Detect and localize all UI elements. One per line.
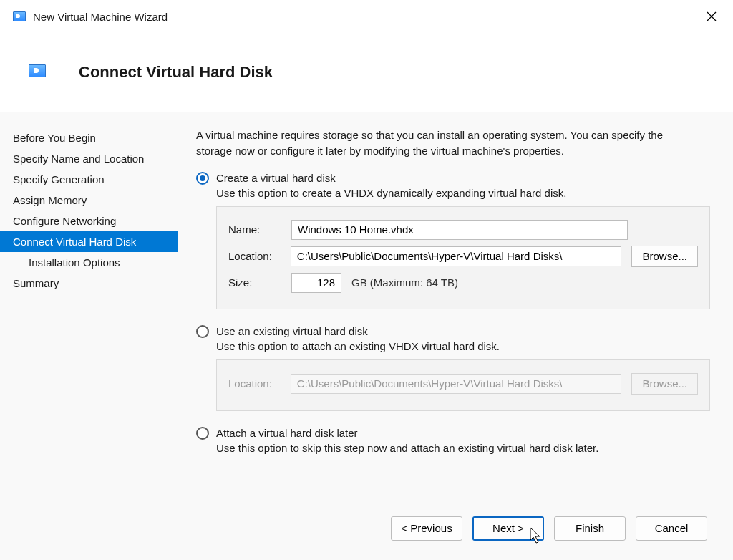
radio-existing-label: Use an existing virtual hard disk <box>216 325 368 337</box>
monitor-icon <box>29 64 46 77</box>
existing-location-input <box>291 374 622 394</box>
page-title: Connect Virtual Hard Disk <box>79 63 273 82</box>
close-button[interactable] <box>699 4 724 29</box>
sidebar-item-label: Specify Name and Location <box>13 153 144 165</box>
sidebar-item-assign-memory[interactable]: Assign Memory <box>0 190 178 211</box>
next-button[interactable]: Next > <box>472 516 544 541</box>
existing-form-box: Location: Browse... <box>216 359 710 411</box>
existing-location-label: Location: <box>228 377 281 390</box>
size-label: Size: <box>228 276 281 289</box>
radio-create-vhd[interactable] <box>196 172 209 185</box>
name-input[interactable] <box>291 220 628 240</box>
app-icon <box>13 11 26 21</box>
size-input[interactable] <box>291 273 341 293</box>
wizard-footer: < Previous Next > Finish Cancel <box>0 496 733 560</box>
sidebar-item-configure-networking[interactable]: Configure Networking <box>0 211 178 231</box>
titlebar: New Virtual Machine Wizard <box>0 0 733 33</box>
option-existing-desc: Use this option to attach an existing VH… <box>216 340 710 352</box>
option-later-row: Attach a virtual hard disk later <box>196 427 710 440</box>
location-label: Location: <box>228 250 281 262</box>
close-icon <box>707 11 717 21</box>
browse-button-existing: Browse... <box>631 373 698 395</box>
radio-later-label: Attach a virtual hard disk later <box>216 427 358 439</box>
location-input[interactable] <box>291 246 622 266</box>
wizard-sidebar: Before You Begin Specify Name and Locati… <box>0 112 178 496</box>
cancel-button[interactable]: Cancel <box>636 516 707 541</box>
sidebar-item-label: Specify Generation <box>13 173 105 185</box>
radio-attach-later[interactable] <box>196 427 209 440</box>
sidebar-item-summary[interactable]: Summary <box>0 273 178 294</box>
sidebar-item-label: Assign Memory <box>13 194 87 206</box>
window-title: New Virtual Machine Wizard <box>33 11 168 23</box>
create-form-box: Name: Location: Browse... Size: GB (Maxi… <box>216 206 710 309</box>
sidebar-item-label: Summary <box>13 277 59 289</box>
size-suffix: GB (Maximum: 64 TB) <box>351 276 458 289</box>
previous-button[interactable]: < Previous <box>391 516 462 541</box>
sidebar-item-before-you-begin[interactable]: Before You Begin <box>0 127 178 148</box>
intro-text: A virtual machine requires storage so th… <box>196 127 697 159</box>
option-existing-row: Use an existing virtual hard disk <box>196 325 710 338</box>
name-label: Name: <box>228 223 281 236</box>
browse-button-create[interactable]: Browse... <box>631 246 698 267</box>
radio-existing-vhd[interactable] <box>196 325 209 338</box>
sidebar-item-connect-vhd[interactable]: Connect Virtual Hard Disk <box>0 231 178 252</box>
sidebar-item-specify-name-location[interactable]: Specify Name and Location <box>0 148 178 169</box>
sidebar-item-label: Connect Virtual Hard Disk <box>13 236 136 248</box>
sidebar-item-specify-generation[interactable]: Specify Generation <box>0 169 178 190</box>
radio-create-label: Create a virtual hard disk <box>216 172 336 184</box>
option-create-row: Create a virtual hard disk <box>196 172 710 185</box>
finish-button[interactable]: Finish <box>554 516 626 541</box>
sidebar-item-label: Before You Begin <box>13 132 96 144</box>
wizard-content: A virtual machine requires storage so th… <box>178 112 733 496</box>
option-create-desc: Use this option to create a VHDX dynamic… <box>216 187 710 199</box>
wizard-body: Before You Begin Specify Name and Locati… <box>0 112 733 496</box>
wizard-header: Connect Virtual Hard Disk <box>0 33 733 112</box>
sidebar-item-label: Configure Networking <box>13 215 116 227</box>
sidebar-item-label: Installation Options <box>29 256 120 269</box>
sidebar-item-installation-options[interactable]: Installation Options <box>0 252 178 273</box>
option-later-desc: Use this option to skip this step now an… <box>216 442 710 454</box>
